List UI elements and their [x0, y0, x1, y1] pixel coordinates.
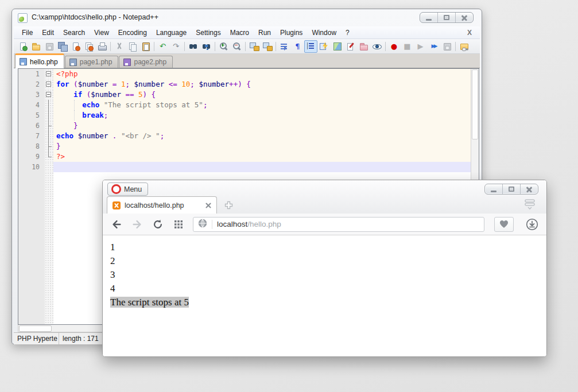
opera-menu-button[interactable]: Menu	[107, 183, 148, 196]
browser-tab-localhost[interactable]: localhost/hello.php	[107, 196, 217, 214]
fold-margin[interactable]	[45, 121, 53, 131]
close-button[interactable]	[520, 184, 538, 194]
fold-margin[interactable]	[45, 79, 53, 90]
zoom-out-button[interactable]	[230, 40, 243, 53]
url-path: /hello.php	[247, 220, 281, 228]
fold-marker-box[interactable]	[46, 92, 51, 97]
minimize-button[interactable]	[420, 13, 437, 22]
show-all-characters-button[interactable]: ¶	[291, 40, 304, 53]
line-number: 4	[18, 100, 45, 110]
zoom-in-button[interactable]	[217, 40, 230, 53]
notepadpp-titlebar[interactable]: C:\xampp\htdocs\hello.php - Notepad++	[12, 9, 482, 26]
menu-item-search[interactable]: Search	[59, 27, 90, 38]
folder-as-workspace-button[interactable]	[357, 40, 370, 53]
function-completion-button[interactable]	[317, 40, 331, 53]
macro-run-multiple-button[interactable]: ▶▶	[427, 40, 440, 53]
menu-item-run[interactable]: Run	[254, 27, 276, 38]
indent-guide-button[interactable]	[304, 40, 317, 53]
fold-margin[interactable]	[45, 100, 53, 110]
new-tab-button[interactable]	[224, 201, 233, 209]
menu-item-view[interactable]: View	[90, 27, 114, 38]
fold-margin[interactable]	[45, 131, 53, 141]
token: echo	[82, 100, 99, 109]
forward-button[interactable]	[131, 218, 143, 231]
menu-item-encoding[interactable]: Encoding	[114, 27, 152, 38]
close-all-button[interactable]	[82, 40, 95, 53]
download-button[interactable]	[525, 218, 539, 231]
menu-item-macro[interactable]: Macro	[226, 27, 254, 38]
copy-button[interactable]	[126, 40, 139, 53]
open-file-button[interactable]	[29, 40, 42, 53]
fold-margin[interactable]	[45, 152, 53, 162]
close-button[interactable]	[455, 13, 473, 22]
menu-item-language[interactable]: Language	[152, 27, 191, 38]
function-list-button[interactable]	[457, 40, 471, 53]
file-tab-page1.php[interactable]: page1.php	[65, 56, 119, 68]
maximize-button[interactable]	[502, 184, 520, 194]
save-all-icon	[57, 41, 67, 51]
macro-stop-button[interactable]: ■	[401, 40, 414, 53]
menu-item-help[interactable]: ?	[341, 27, 354, 38]
restore-button[interactable]	[437, 13, 455, 22]
back-button[interactable]	[110, 218, 123, 231]
address-bar[interactable]: localhost/hello.php	[193, 217, 484, 232]
file-tab-page2.php[interactable]: page2.php	[119, 56, 173, 68]
sync-vertical-scroll-button[interactable]	[247, 40, 261, 53]
file-tab-hello.php[interactable]: hello.php	[15, 53, 64, 68]
document-switcher-button[interactable]	[344, 40, 357, 53]
macro-save-button[interactable]	[440, 40, 453, 53]
fold-margin[interactable]	[45, 69, 53, 79]
macro-play-button[interactable]: ▶	[414, 40, 427, 53]
view-eye-button[interactable]	[370, 40, 383, 53]
copy-icon	[127, 41, 137, 51]
code-line-10: 10	[18, 162, 471, 172]
fold-margin[interactable]	[45, 110, 53, 121]
fold-margin[interactable]	[45, 162, 53, 172]
vertical-scrollbar-thumb[interactable]	[472, 69, 478, 139]
token: for	[56, 80, 69, 88]
bookmark-heart-button[interactable]	[494, 217, 514, 232]
document-map-button[interactable]	[331, 40, 344, 53]
undo-button[interactable]: ↶	[156, 40, 169, 53]
tab-close-icon[interactable]	[205, 203, 211, 208]
menu-item-edit[interactable]: Edit	[37, 27, 59, 38]
cut-button[interactable]	[113, 40, 126, 53]
find-button[interactable]	[187, 40, 200, 53]
menu-item-window[interactable]: Window	[307, 27, 341, 38]
print-button[interactable]	[95, 40, 108, 53]
toolbar-separator	[110, 42, 111, 51]
globe-icon	[198, 219, 207, 230]
word-wrap-button[interactable]	[278, 40, 291, 53]
fold-margin[interactable]	[45, 90, 53, 100]
reload-button[interactable]	[152, 218, 164, 231]
find-icon	[188, 41, 198, 51]
save-all-button[interactable]	[56, 40, 69, 53]
selected-text: The script stops at 5	[110, 297, 189, 308]
paste-button[interactable]	[139, 40, 152, 53]
tab-menu-icon[interactable]	[523, 199, 536, 212]
menu-item-settings[interactable]: Settings	[191, 27, 225, 38]
macro-record-button[interactable]: ●	[387, 40, 401, 53]
minimize-button[interactable]	[485, 184, 502, 194]
close-file-button[interactable]	[69, 40, 82, 53]
output-line-highlighted: The script stops at 5	[110, 296, 539, 309]
menu-item-plugins[interactable]: Plugins	[276, 27, 307, 38]
code-text: }	[53, 121, 471, 131]
fold-marker-box[interactable]	[46, 71, 51, 76]
sync-horizontal-scroll-button[interactable]	[261, 40, 274, 53]
token: 5	[138, 90, 143, 99]
token	[56, 111, 82, 119]
macro-play-icon: ▶	[416, 41, 425, 51]
document-close-icon[interactable]: X	[463, 29, 476, 37]
speed-dial-icon[interactable]	[172, 218, 185, 231]
new-file-button[interactable]	[16, 40, 29, 53]
save-file-button[interactable]	[42, 40, 56, 53]
token: ) {	[143, 90, 156, 99]
fold-marker-box[interactable]	[46, 81, 51, 87]
redo-button[interactable]: ↷	[169, 40, 183, 53]
replace-button[interactable]	[200, 40, 213, 53]
menu-item-file[interactable]: File	[17, 27, 37, 38]
notepadpp-menu-bar: FileEditSearchViewEncodingLanguageSettin…	[14, 26, 480, 39]
horizontal-scrollbar-thumb[interactable]	[19, 325, 52, 332]
fold-margin[interactable]	[45, 141, 53, 152]
